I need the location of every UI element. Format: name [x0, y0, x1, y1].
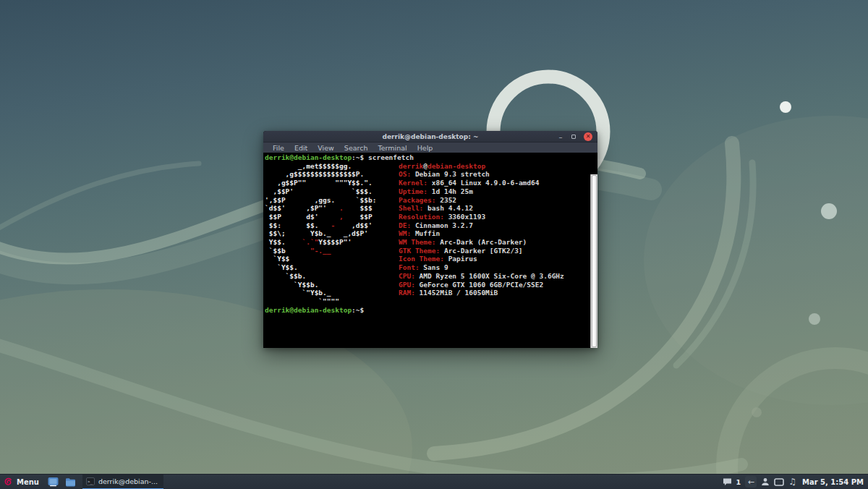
fetch-info-line: Shell: bash 4.4.12	[399, 204, 564, 213]
desktop[interactable]: derrik@debian-desktop: ~ – ✕ FileEditVie…	[0, 0, 868, 489]
terminal-icon: >_	[86, 477, 95, 485]
fetch-info-line: WM Theme: Arc-Dark (Arc-Darker)	[399, 238, 564, 247]
terminal-body[interactable]: derrik@debian-desktop:~$ screenfetch _,m…	[263, 153, 597, 348]
menu-item-edit[interactable]: Edit	[289, 144, 312, 152]
close-button[interactable]: ✕	[583, 131, 593, 143]
screenfetch-info: derrik@debian-desktopOS: Debian 9.3 stre…	[399, 162, 564, 297]
taskbar-window-button[interactable]: >_ derrik@debian-...	[82, 475, 163, 489]
menu-item-search[interactable]: Search	[339, 144, 373, 152]
maximize-button[interactable]	[569, 131, 579, 143]
prompt-userhost: derrik@debian-desktop	[265, 153, 352, 161]
prompt-suffix: :~$	[352, 153, 368, 161]
scrollbar-thumb[interactable]	[592, 175, 597, 347]
prompt-suffix: :~$	[352, 306, 364, 314]
menu-item-view[interactable]: View	[312, 144, 339, 152]
menu-button[interactable]: Menu	[0, 475, 45, 489]
fetch-info-line: OS: Debian 9.3 stretch	[399, 170, 564, 179]
menu-item-terminal[interactable]: Terminal	[373, 144, 412, 152]
monitor-icon	[774, 478, 784, 486]
menu-label: Menu	[17, 478, 39, 486]
display-icon	[48, 477, 59, 487]
panel-launcher-display[interactable]	[45, 475, 62, 489]
fetch-info-line: Uptime: 1d 14h 25m	[399, 187, 564, 196]
command-text: screenfetch	[368, 153, 414, 161]
system-tray: 1 ← ♫ Mar 5, 1:54 PM	[723, 475, 868, 489]
terminal-scrollbar[interactable]	[590, 174, 597, 348]
back-arrow-icon[interactable]: ←	[745, 476, 757, 488]
fetch-info-line: CPU: AMD Ryzen 5 1600X Six-Core @ 3.6GHz	[399, 272, 564, 281]
screenfetch-output: _,met$$$$$gg. ,g$$$$$$$$$$$$$$$P. ,g$$P"…	[265, 162, 597, 306]
fetch-info-line: Packages: 2352	[399, 196, 564, 205]
panel-launcher-files[interactable]	[62, 475, 80, 489]
notification-count: 1	[736, 478, 741, 486]
fetch-info-line: GPU: GeForce GTX 1060 6GB/PCIe/SSE2	[399, 281, 564, 289]
fetch-info-line: Font: Sans 9	[399, 263, 564, 272]
menubar: FileEditViewSearchTerminalHelp	[263, 143, 597, 153]
window-title: derrik@debian-desktop: ~	[383, 133, 479, 140]
debian-ascii-art-red-accents: . , - `.`" "-.__	[265, 162, 344, 297]
user-applet[interactable]	[761, 475, 770, 489]
fetch-info-line: DE: Cinnamon 3.2.7	[399, 221, 564, 230]
folder-icon	[65, 477, 76, 487]
user-icon	[761, 477, 770, 486]
menu-item-file[interactable]: File	[268, 144, 289, 152]
prompt-line: derrik@debian-desktop:~$ screenfetch	[265, 153, 597, 162]
sound-applet[interactable]: ♫	[788, 475, 796, 489]
maximize-icon	[571, 135, 576, 139]
taskbar: Menu >_ derrik@debian-...	[0, 474, 868, 489]
terminal-window: derrik@debian-desktop: ~ – ✕ FileEditVie…	[263, 131, 597, 348]
menu-item-help[interactable]: Help	[412, 144, 438, 152]
clock[interactable]: Mar 5, 1:54 PM	[801, 478, 864, 486]
speech-bubble-icon	[723, 477, 732, 486]
window-button-label: derrik@debian-...	[98, 477, 158, 485]
notifications-applet[interactable]	[723, 475, 732, 489]
prompt-userhost: derrik@debian-desktop	[265, 306, 352, 314]
fetch-info-line: WM: Muffin	[399, 229, 564, 238]
close-icon: ✕	[584, 132, 592, 141]
prompt-line-bottom: derrik@debian-desktop:~$	[265, 306, 597, 315]
fetch-info-line: Kernel: x86_64 Linux 4.9.0-6-amd64	[399, 179, 564, 187]
titlebar[interactable]: derrik@debian-desktop: ~ – ✕	[263, 131, 597, 143]
minimize-button[interactable]: –	[556, 131, 566, 143]
fetch-info-line: Icon Theme: Papirus	[399, 255, 564, 263]
fetch-info-line: RAM: 11452MiB / 16050MiB	[399, 289, 564, 297]
fetch-info-line: derrik@debian-desktop	[399, 162, 564, 171]
debian-logo-icon	[3, 477, 13, 487]
fetch-info-line: GTK Theme: Arc-Darker [GTK2/3]	[399, 247, 564, 255]
workspace-applet[interactable]	[774, 475, 784, 489]
fetch-info-line: Resolution: 3360x1193	[399, 213, 564, 221]
